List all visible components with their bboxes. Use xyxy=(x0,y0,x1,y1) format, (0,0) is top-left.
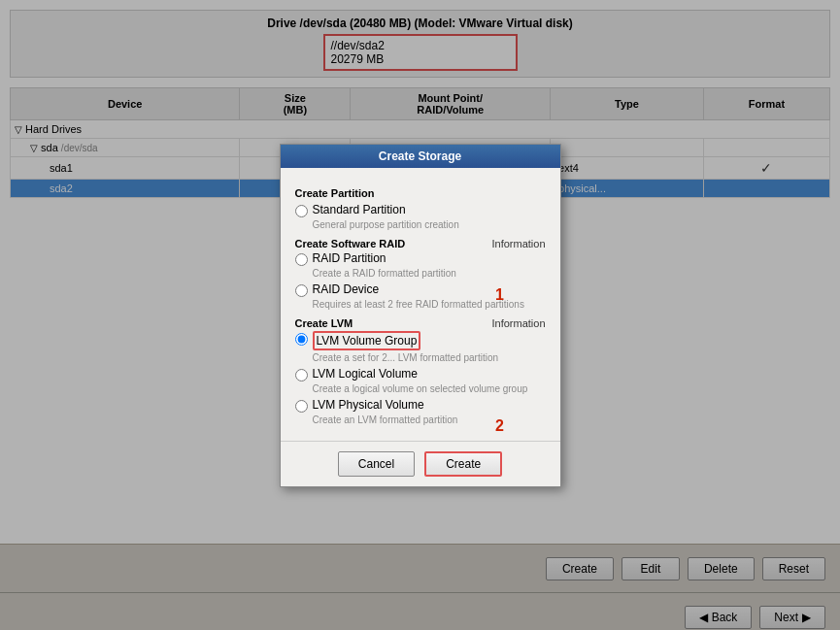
option-raid-partition[interactable]: RAID Partition xyxy=(295,251,546,266)
section-create-raid: Create Software RAID xyxy=(295,238,406,249)
label-raid-partition: RAID Partition xyxy=(313,251,386,265)
label-lvm-volume-group: LVM Volume Group xyxy=(317,334,418,348)
modal-body: Create Partition Standard Partition Gene… xyxy=(281,168,560,441)
section-create-partition: Create Partition xyxy=(295,187,546,199)
radio-raid-device[interactable] xyxy=(295,284,308,297)
label-raid-device: RAID Device xyxy=(313,282,380,296)
raid-info-link[interactable]: Information xyxy=(491,238,545,249)
radio-lvm-physical-volume[interactable] xyxy=(295,400,308,413)
modal-overlay: Create Storage Create Partition Standard… xyxy=(0,0,840,630)
lvm-volume-group-highlight: LVM Volume Group xyxy=(313,331,421,350)
label-standard-partition: Standard Partition xyxy=(313,203,406,216)
modal-title: Create Storage xyxy=(281,145,560,168)
radio-lvm-volume-group[interactable] xyxy=(295,333,308,346)
label-lvm-logical-volume: LVM Logical Volume xyxy=(313,367,419,381)
modal-create-button[interactable]: Create xyxy=(424,451,502,477)
create-storage-modal: Create Storage Create Partition Standard… xyxy=(280,144,561,487)
desc-lvm-physical-volume: Create an LVM formatted partition xyxy=(295,414,546,425)
option-lvm-physical-volume[interactable]: LVM Physical Volume xyxy=(295,398,546,413)
step2-label: 2 xyxy=(495,417,504,435)
radio-standard-partition[interactable] xyxy=(295,205,308,217)
desc-raid-partition: Create a RAID formatted partition xyxy=(295,268,546,279)
lvm-info-link[interactable]: Information xyxy=(491,317,545,329)
option-lvm-logical-volume[interactable]: LVM Logical Volume xyxy=(295,367,546,381)
section-create-lvm: Create LVM xyxy=(295,317,353,329)
desc-lvm-logical-volume: Create a logical volume on selected volu… xyxy=(295,383,546,394)
option-lvm-volume-group[interactable]: LVM Volume Group xyxy=(295,331,546,350)
option-raid-device[interactable]: RAID Device xyxy=(295,282,546,297)
desc-lvm-volume-group: Create a set for 2... LVM formatted part… xyxy=(295,352,546,363)
modal-footer: Cancel Create xyxy=(281,441,560,486)
section-header-raid: Create Software RAID Information xyxy=(295,238,546,249)
option-standard-partition[interactable]: Standard Partition xyxy=(295,203,546,217)
desc-raid-device: Requires at least 2 free RAID formatted … xyxy=(295,299,546,310)
radio-lvm-logical-volume[interactable] xyxy=(295,369,308,381)
section-header-lvm: Create LVM Information xyxy=(295,317,546,329)
step1-label: 1 xyxy=(495,286,504,304)
radio-raid-partition[interactable] xyxy=(295,253,308,266)
modal-cancel-button[interactable]: Cancel xyxy=(338,451,415,477)
desc-standard-partition: General purpose partition creation xyxy=(295,219,546,230)
label-lvm-physical-volume: LVM Physical Volume xyxy=(313,398,424,412)
